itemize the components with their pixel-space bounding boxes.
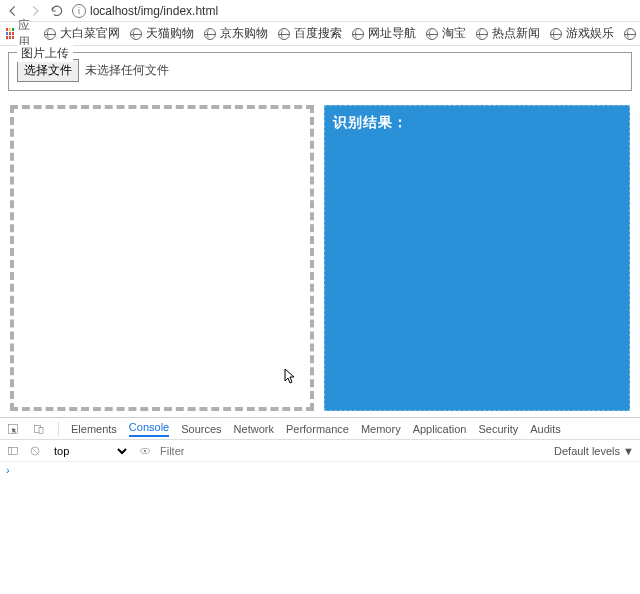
context-select[interactable]: top [50,444,130,458]
address-bar[interactable]: i localhost/img/index.html [72,4,218,18]
tab-sources[interactable]: Sources [181,423,221,435]
choose-file-button[interactable]: 选择文件 [17,59,79,82]
globe-icon [204,28,216,40]
bookmark-item[interactable]: 游戏娱乐 [550,25,614,42]
globe-icon [550,28,562,40]
tab-memory[interactable]: Memory [361,423,401,435]
image-drop-zone[interactable] [10,105,314,411]
bookmark-label: 天猫购物 [146,25,194,42]
globe-icon [476,28,488,40]
reload-button[interactable] [50,4,64,18]
tab-application[interactable]: Application [413,423,467,435]
globe-icon [624,28,636,40]
tab-security[interactable]: Security [478,423,518,435]
bookmark-item[interactable]: 网址导航 [352,25,416,42]
bookmark-label: 热点新闻 [492,25,540,42]
panels-row: 识别结果： [8,105,632,411]
svg-point-8 [144,450,146,452]
separator [58,422,59,436]
url-text: localhost/img/index.html [90,4,218,18]
bookmark-item[interactable]: 热点新闻 [476,25,540,42]
result-title: 识别结果： [333,114,621,132]
svg-rect-2 [39,427,43,433]
globe-icon [278,28,290,40]
bookmark-label: 大白菜官网 [60,25,120,42]
forward-button[interactable] [28,4,42,18]
page-content: 图片上传 选择文件 未选择任何文件 识别结果： [0,46,640,417]
file-input-row: 选择文件 未选择任何文件 [17,59,623,82]
bookmark-label: 京东购物 [220,25,268,42]
tab-elements[interactable]: Elements [71,423,117,435]
devtools-panel: Elements Console Sources Network Perform… [0,417,640,594]
globe-icon [426,28,438,40]
tab-console[interactable]: Console [129,421,169,437]
result-panel: 识别结果： [324,105,630,411]
bookmark-item[interactable]: 天猫购物 [130,25,194,42]
filter-input[interactable] [160,445,546,457]
sidebar-toggle-icon[interactable] [6,444,20,458]
console-prompt[interactable]: › [0,462,640,474]
svg-line-6 [33,448,38,453]
bookmarks-bar: 应用 大白菜官网 天猫购物 京东购物 百度搜索 网址导航 淘宝 热点新闻 游戏娱… [0,22,640,46]
globe-icon [130,28,142,40]
tab-performance[interactable]: Performance [286,423,349,435]
fieldset-legend: 图片上传 [17,45,73,62]
site-info-icon[interactable]: i [72,4,86,18]
bookmark-label: 百度搜索 [294,25,342,42]
clear-console-icon[interactable] [28,444,42,458]
tab-audits[interactable]: Audits [530,423,561,435]
bookmark-label: 游戏娱乐 [566,25,614,42]
bookmark-item[interactable]: 百度搜索 [278,25,342,42]
bookmark-item[interactable]: 黄历网 [624,25,640,42]
log-levels-select[interactable]: Default levels ▼ [554,445,634,457]
devtools-tab-bar: Elements Console Sources Network Perform… [0,418,640,440]
browser-toolbar: i localhost/img/index.html [0,0,640,22]
bookmark-item[interactable]: 京东购物 [204,25,268,42]
bookmark-item[interactable]: 大白菜官网 [44,25,120,42]
device-toggle-icon[interactable] [32,422,46,436]
no-file-text: 未选择任何文件 [85,62,169,79]
tab-network[interactable]: Network [234,423,274,435]
console-output[interactable] [0,474,640,594]
svg-rect-3 [9,447,18,454]
back-button[interactable] [6,4,20,18]
bookmark-label: 网址导航 [368,25,416,42]
apps-icon [6,28,14,40]
upload-fieldset: 图片上传 选择文件 未选择任何文件 [8,52,632,91]
bookmark-label: 淘宝 [442,25,466,42]
inspect-icon[interactable] [6,422,20,436]
globe-icon [44,28,56,40]
console-toolbar: top Default levels ▼ [0,440,640,462]
globe-icon [352,28,364,40]
bookmark-item[interactable]: 淘宝 [426,25,466,42]
eye-icon[interactable] [138,444,152,458]
